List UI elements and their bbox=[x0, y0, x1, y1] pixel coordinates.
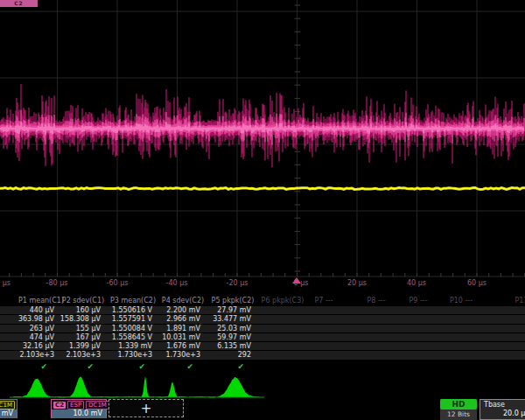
time-tick-label: -60 μs bbox=[107, 279, 129, 287]
measure-row-num: 2.103e+3 2.103e+3 1.730e+3 1.730e+3 292 bbox=[0, 351, 525, 359]
channel-c2-descriptor[interactable]: C2 ESP DC1M 10.0 mV bbox=[51, 399, 107, 418]
measure-row-max: 474 μV 167 μV 1.558645 V 10.031 mV 59.97… bbox=[0, 333, 525, 341]
measure-cell: 158.308 μV bbox=[56, 315, 102, 323]
c2-esp-badge: ESP bbox=[67, 401, 84, 410]
measure-cell: 1.339 mV bbox=[102, 342, 154, 350]
param-header-p5[interactable]: P5 pkpk(C2) bbox=[212, 297, 255, 304]
hd-mode-box[interactable]: HD 12 Bits bbox=[440, 399, 477, 420]
measure-table: 440 μV 160 μV 1.550616 V 2.200 mV 27.97 … bbox=[0, 306, 525, 374]
param-header-p7[interactable]: P7 --- bbox=[314, 297, 332, 304]
c2-label-badge: C2 bbox=[53, 402, 66, 409]
add-trace-button[interactable]: + bbox=[108, 399, 184, 417]
measure-cell: 167 μV bbox=[56, 333, 102, 341]
c1-coupling-badge: DC1M bbox=[0, 401, 15, 410]
measure-row-status: ✔ ✔ ✔ ✔ ✔ bbox=[0, 361, 525, 373]
measure-cell: 1.557591 V bbox=[102, 315, 154, 323]
measure-cell: 155 μV bbox=[56, 325, 102, 332]
status-check-icon: ✔ bbox=[56, 361, 102, 373]
measure-cell: 440 μV bbox=[0, 306, 56, 314]
parameter-histicons[interactable] bbox=[0, 376, 525, 399]
param-header-p2[interactable]: P2 sdev(C1) bbox=[62, 297, 104, 304]
measure-row-value: 440 μV 160 μV 1.550616 V 2.200 mV 27.97 … bbox=[0, 306, 525, 314]
time-tick-label: 40 μs bbox=[407, 279, 426, 287]
measure-cell: 263 μV bbox=[0, 325, 56, 332]
measure-cell: 25.03 mV bbox=[202, 325, 253, 332]
measure-header-row: P1 mean(C1) P2 sdev(C1) P3 mean(C2) P4 s… bbox=[0, 297, 525, 305]
measure-cell: 32.16 μV bbox=[0, 342, 56, 350]
time-tick-label: -40 μs bbox=[166, 279, 188, 287]
measure-cell: 1.676 mV bbox=[154, 342, 202, 350]
time-axis: -100 μs -80 μs -60 μs -40 μs -20 μs 0 μs… bbox=[0, 277, 525, 291]
param-header-p1[interactable]: P1 mean(C1) bbox=[18, 297, 64, 304]
status-check-icon: ✔ bbox=[102, 361, 154, 373]
measure-cell: 2.966 mV bbox=[154, 315, 202, 323]
measure-cell: 27.97 mV bbox=[202, 306, 253, 314]
measure-cell: 1.558645 V bbox=[102, 333, 154, 341]
param-header-p3[interactable]: P3 mean(C2) bbox=[110, 297, 156, 304]
c1-scale-value: 10.0 mV bbox=[0, 410, 17, 418]
hd-badge: HD bbox=[440, 399, 477, 410]
measure-cell: 2.200 mV bbox=[154, 306, 202, 314]
param-header-p8[interactable]: P8 --- bbox=[367, 297, 385, 304]
tbase-value: 20.0 μs bbox=[480, 409, 525, 417]
measure-cell: 1.730e+3 bbox=[102, 351, 154, 359]
time-tick-label: 20 μs bbox=[347, 279, 367, 287]
param-header-p6[interactable]: P6 pkpk(C3) bbox=[262, 297, 304, 304]
descriptor-bar: DC1M 10.0 mV C2 ESP DC1M 10.0 mV + HD 12… bbox=[0, 399, 525, 420]
measure-cell: 292 bbox=[202, 351, 253, 359]
tbase-label: Tbase bbox=[480, 400, 525, 409]
measure-cell: 1.891 mV bbox=[154, 325, 202, 332]
channel-c1-descriptor[interactable]: DC1M 10.0 mV bbox=[0, 399, 18, 418]
status-check-icon: ✔ bbox=[0, 361, 56, 373]
time-tick-label: -100 μs bbox=[0, 279, 10, 287]
waveform-grid: C2 bbox=[0, 0, 525, 277]
measure-cell: 2.103e+3 bbox=[56, 351, 102, 359]
measure-cell: 363.98 μV bbox=[0, 315, 56, 323]
time-tick-label: 60 μs bbox=[467, 279, 486, 287]
timebase-descriptor[interactable]: Tbase 20.0 μs bbox=[480, 399, 525, 420]
param-header-p9[interactable]: P9 --- bbox=[409, 297, 427, 304]
measure-row-min: 263 μV 155 μV 1.550084 V 1.891 mV 25.03 … bbox=[0, 325, 525, 332]
c2-coupling-badge: DC1M bbox=[86, 401, 109, 410]
measure-cell: 33.477 mV bbox=[202, 315, 253, 323]
measure-cell: 160 μV bbox=[56, 306, 102, 314]
measure-cell: 474 μV bbox=[0, 333, 56, 341]
measure-cell: 1.550616 V bbox=[102, 306, 154, 314]
param-header-p4[interactable]: P4 sdev(C2) bbox=[162, 297, 204, 304]
measure-row-sdev: 32.16 μV 1.399 μV 1.339 mV 1.676 mV 6.13… bbox=[0, 342, 525, 350]
measure-cell: 6.135 mV bbox=[202, 342, 253, 350]
oscilloscope-screen: C2 -100 μs -80 μs -60 μs -40 μs -20 μs 0… bbox=[0, 0, 525, 420]
measure-cell: 59.97 mV bbox=[202, 333, 253, 341]
status-check-icon: ✔ bbox=[202, 361, 253, 373]
param-header-p10[interactable]: P10 --- bbox=[450, 297, 472, 304]
c2-scale-value: 10.0 mV bbox=[52, 410, 106, 418]
measure-cell: 1.730e+3 bbox=[154, 351, 202, 359]
time-tick-label: -20 μs bbox=[227, 279, 248, 287]
measure-cell: 1.550084 V bbox=[102, 325, 154, 332]
graticule-and-traces[interactable] bbox=[0, 0, 525, 277]
measure-cell: 2.103e+3 bbox=[0, 351, 56, 359]
status-check-icon: ✔ bbox=[154, 361, 202, 373]
trigger-position-marker[interactable] bbox=[292, 277, 301, 284]
measure-cell: 1.399 μV bbox=[56, 342, 102, 350]
hd-bits-label: 12 Bits bbox=[440, 410, 477, 420]
time-tick-label: -80 μs bbox=[46, 279, 68, 287]
trace-label-badge: C2 bbox=[0, 0, 38, 7]
measure-row-mean: 363.98 μV 158.308 μV 1.557591 V 2.966 mV… bbox=[0, 315, 525, 323]
measure-cell: 10.031 mV bbox=[154, 333, 202, 341]
param-header-p11[interactable]: P11 bbox=[514, 297, 525, 304]
